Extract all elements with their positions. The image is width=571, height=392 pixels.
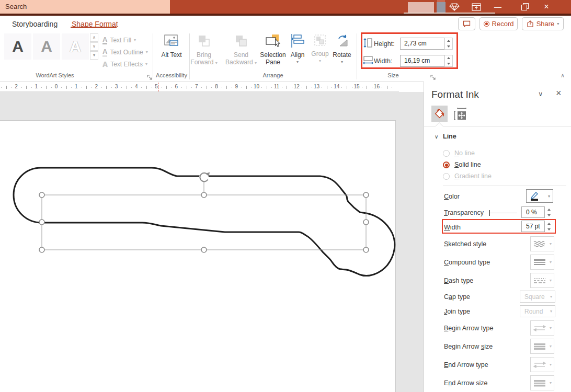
ruler-tick — [166, 86, 167, 89]
ruler-tick — [341, 87, 342, 88]
transparency-slider-track[interactable] — [489, 213, 517, 213]
dash-type-dropdown[interactable]: ▾ — [530, 273, 554, 288]
ruler-tick — [181, 87, 182, 88]
send-backward-icon — [234, 33, 248, 48]
compound-type-label: Compound type — [444, 259, 490, 266]
ruler-tick — [372, 87, 372, 88]
pane-options-chevron[interactable]: ∨ — [538, 90, 543, 98]
restore-button[interactable] — [517, 0, 533, 14]
transparency-spinner[interactable] — [545, 206, 553, 218]
ink-width-field[interactable]: 57 pt — [521, 221, 545, 232]
transparency-label: Transparency — [444, 209, 484, 216]
arrow-size-icon — [533, 379, 546, 387]
group-separator — [357, 33, 357, 79]
ruler-tick — [172, 87, 172, 88]
ruler-number: 4 — [135, 84, 138, 89]
tab-shape-format[interactable]: Shape Format — [72, 16, 118, 32]
begin-arrow-type-dropdown[interactable]: ▾ — [530, 320, 554, 336]
ruler-number: 14 — [334, 84, 339, 89]
line-section-header[interactable]: Line — [443, 133, 456, 140]
ruler-tick — [187, 86, 187, 89]
ruler-tick — [46, 86, 47, 89]
compound-type-dropdown[interactable]: ▾ — [530, 255, 554, 270]
share-dropdown-chevron[interactable]: ▾ — [557, 21, 559, 26]
height-spinner[interactable] — [444, 38, 453, 50]
ink-color-icon — [529, 191, 540, 201]
collapse-ribbon-chevron[interactable]: ∧ — [561, 72, 565, 79]
wordart-gallery-more[interactable]: ▾ — [90, 51, 98, 60]
wordart-style-3[interactable]: A — [62, 33, 89, 60]
format-ink-pane: Format Ink ∨ × — [424, 82, 571, 392]
begin-arrow-size-label: Begin Arrow size — [444, 343, 493, 350]
group-label-accessibility: Accessibility — [153, 72, 190, 78]
width-field[interactable]: 16,19 cm — [400, 55, 444, 67]
transparency-slider-handle[interactable] — [489, 210, 490, 216]
tab-size-properties[interactable] — [453, 107, 467, 121]
wordart-style-2[interactable]: A — [33, 33, 60, 60]
ruler-number: 1 — [75, 84, 78, 89]
gradient-line-label: Gradient line — [454, 172, 492, 180]
text-effects-button[interactable]: A Text Effects▾ — [102, 59, 147, 70]
tab-fill-line[interactable] — [431, 106, 448, 122]
pane-title: Format Ink — [431, 89, 479, 100]
arrow-size-icon — [533, 342, 546, 351]
text-fill-button[interactable]: A Text Fill▾ — [102, 34, 136, 45]
ruler-tick — [387, 86, 387, 89]
comments-button[interactable] — [458, 17, 475, 30]
solid-line-radio[interactable] — [443, 162, 450, 168]
pane-close-icon[interactable]: × — [556, 88, 562, 99]
end-arrow-type-dropdown[interactable]: ▾ — [530, 357, 554, 372]
rotate-icon — [335, 33, 349, 48]
sketched-style-dropdown[interactable]: ▾ — [530, 236, 554, 251]
record-icon — [484, 21, 489, 27]
ruler-tick — [232, 87, 232, 88]
designer-diamond-icon[interactable] — [449, 3, 460, 13]
group-label-arrange: Arrange — [242, 72, 304, 78]
ruler-number: 2 — [15, 84, 18, 89]
end-arrow-size-dropdown[interactable]: ▾ — [530, 375, 554, 390]
wordart-style-1[interactable]: A — [4, 33, 31, 60]
ruler-tick — [92, 87, 92, 88]
ribbon-display-options-icon[interactable] — [472, 3, 481, 13]
sketched-style-label: Sketched style — [444, 240, 486, 248]
ruler-number: 6 — [175, 84, 178, 89]
ruler-tick — [101, 87, 102, 88]
ruler-tick — [127, 86, 127, 89]
gradient-line-radio — [443, 173, 450, 180]
compound-type-icon — [533, 258, 546, 267]
tab-storyboarding[interactable]: Storyboarding — [12, 16, 58, 32]
solid-line-label[interactable]: Solid line — [454, 161, 481, 168]
ruler-tick — [252, 87, 252, 88]
ruler-tick — [382, 87, 382, 88]
transparency-field[interactable]: 0 % — [521, 206, 545, 218]
wordart-gallery-up[interactable]: ∧ — [90, 33, 98, 42]
close-button[interactable]: × — [539, 0, 554, 14]
ruler-tick — [246, 86, 247, 89]
share-button[interactable]: Share ▾ — [522, 17, 564, 30]
ink-drawing-layer[interactable] — [0, 92, 424, 392]
wordart-gallery-down[interactable]: ∨ — [90, 42, 98, 51]
text-outline-button[interactable]: A Text Outline▾ — [102, 47, 148, 57]
begin-arrow-size-dropdown[interactable]: ▾ — [530, 339, 554, 354]
cap-type-dropdown: Square▾ — [520, 291, 555, 303]
ruler-tick — [292, 87, 292, 88]
record-button[interactable]: Record — [479, 17, 518, 30]
minimize-button[interactable]: — — [490, 0, 506, 14]
wordart-dialog-launcher[interactable] — [147, 73, 153, 83]
search-input[interactable]: Search — [0, 0, 170, 14]
height-field[interactable]: 2,73 cm — [400, 38, 444, 50]
begin-arrow-type-label: Begin Arrow type — [444, 325, 494, 332]
ruler-number: 2 — [95, 84, 98, 89]
ruler-tick — [11, 87, 12, 88]
ink-width-spinner[interactable] — [545, 221, 553, 232]
line-section-chevron[interactable]: ∨ — [435, 134, 438, 140]
ruler: 21012345678910111213141516 — [0, 82, 399, 92]
ruler-number: 3 — [115, 84, 118, 89]
ruler-tick — [312, 87, 312, 88]
dash-type-label: Dash type — [444, 277, 473, 284]
line-color-button[interactable]: ▾ — [526, 189, 553, 203]
ruler-tick — [222, 87, 222, 88]
width-spinner[interactable] — [444, 55, 453, 67]
rotate-button[interactable]: Rotate ▾ — [328, 33, 356, 66]
ruler-tick — [141, 87, 142, 88]
